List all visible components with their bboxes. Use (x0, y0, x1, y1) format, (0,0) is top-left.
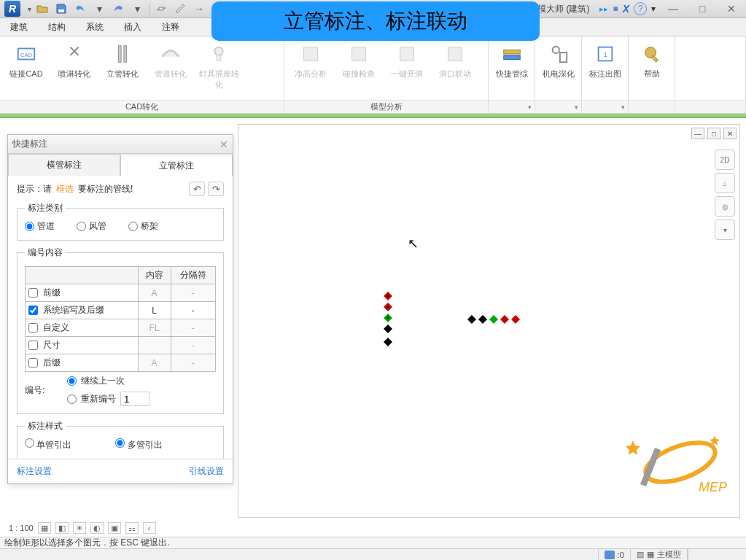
svg-rect-1 (159, 7, 163, 10)
radio-continue[interactable]: 继续上一次 (67, 375, 149, 387)
crop-icon[interactable]: ▣ (108, 522, 121, 534)
svg-point-6 (214, 47, 222, 55)
close-view-icon[interactable]: ✕ (723, 128, 737, 139)
more-icon[interactable]: ‹ (143, 522, 156, 534)
lamp-button: 灯具插座转化 (197, 39, 241, 90)
revit-app-icon[interactable] (4, 1, 20, 17)
svg-point-14 (552, 47, 559, 53)
menu-item[interactable]: 建筑 (0, 18, 38, 36)
save-icon[interactable] (53, 1, 70, 16)
quick-pipe-button[interactable]: 快捷管综 (493, 39, 530, 79)
checkbox-system[interactable] (28, 306, 38, 315)
redo-icon[interactable] (109, 1, 127, 16)
svg-rect-12 (503, 50, 520, 54)
annotation-type-group: 标注类别 管道 风管 桥架 (17, 202, 224, 241)
restore-view-icon[interactable]: □ (707, 128, 720, 139)
checkbox-custom[interactable] (28, 323, 38, 332)
tab-horizontal[interactable]: 横管标注 (8, 154, 120, 176)
close-icon[interactable]: ✕ (219, 139, 228, 150)
svg-rect-10 (400, 47, 414, 61)
filter-icon[interactable]: ▥ (637, 550, 644, 559)
nav-expand-icon[interactable]: ▾ (715, 219, 735, 240)
radio-renumber[interactable]: 重新编号 (67, 392, 149, 406)
svg-marker-34 (511, 315, 520, 324)
svg-marker-38 (626, 440, 640, 455)
selection-chip-icon[interactable] (605, 551, 615, 559)
radio-tray[interactable]: 桥架 (128, 220, 158, 233)
close-button[interactable]: ✕ (717, 0, 746, 18)
tab-vertical[interactable]: 立管标注 (120, 155, 233, 176)
svg-text:MEP: MEP (699, 480, 727, 494)
annotation-plot-button[interactable]: 1标注出图 (586, 39, 623, 79)
menu-item[interactable]: 系统 (76, 18, 114, 36)
dropdown-icon[interactable]: ▾ (128, 1, 146, 16)
sprinkler-button[interactable]: 喷淋转化 (53, 39, 96, 79)
mep-deepen-button[interactable]: 机电深化 (540, 39, 577, 79)
redo-icon[interactable]: ↷ (208, 182, 224, 196)
more-icon[interactable]: ▸▸ (599, 4, 608, 14)
opening-link-button: 洞口联动 (433, 39, 477, 79)
undo-icon[interactable]: ↶ (189, 182, 205, 196)
number-label: 编号: (25, 384, 61, 397)
nav-home-icon[interactable]: ⌂ (715, 173, 735, 193)
overlay-banner: 立管标注、标注联动 (211, 1, 540, 41)
help-icon[interactable]: ? (634, 2, 647, 15)
bottom-bar: :0 ▥▦主模型 (0, 548, 746, 560)
ribbon-group-label: CAD转化 (0, 100, 284, 113)
reveal-icon[interactable]: ⚏ (125, 522, 139, 534)
open-icon[interactable] (34, 1, 51, 16)
radio-pipe[interactable]: 管道 (25, 220, 55, 233)
clearance-button: 净高分析 (289, 39, 333, 79)
nav-2d-icon[interactable]: 2D (715, 149, 735, 170)
hint-text: 提示：请 框选 要标注的管线! ↶ ↷ (17, 182, 224, 196)
scale-readout[interactable]: 1 : 100 (9, 524, 34, 532)
minimize-view-icon[interactable]: — (691, 128, 704, 139)
sync-icon[interactable] (152, 1, 170, 16)
nav-wheel-icon[interactable]: ◎ (715, 196, 735, 217)
sun-icon[interactable]: ☀ (73, 522, 86, 534)
info-icon[interactable]: ■ (613, 4, 618, 14)
clash-button: 碰撞检查 (337, 39, 381, 79)
panel-tabs: 横管标注 立管标注 (8, 154, 233, 176)
svg-marker-30 (467, 315, 476, 324)
view-style-icon[interactable]: ◧ (55, 522, 69, 534)
svg-point-23 (386, 306, 389, 308)
svg-rect-7 (217, 55, 221, 61)
radio-multi-leader[interactable]: 多管引出 (115, 438, 162, 451)
radio-single-leader[interactable]: 单管引出 (25, 438, 71, 451)
quick-access-toolbar: ▾ ▾ → ↣ (34, 1, 227, 16)
link-cad-button[interactable]: CAD链接CAD (4, 39, 48, 79)
minimize-button[interactable]: — (658, 0, 688, 18)
number-content-table: 内容分隔符 前缀A- 系统缩写及后缀L- 自定义FL- 尺寸- 后缀A- (25, 266, 216, 372)
x-logo-icon[interactable]: X (623, 3, 629, 15)
maximize-button[interactable]: □ (688, 0, 717, 18)
svg-rect-13 (503, 55, 520, 60)
shadow-icon[interactable]: ◐ (90, 522, 104, 534)
checkbox-size[interactable] (28, 341, 38, 350)
svg-marker-31 (478, 315, 487, 324)
dropdown-icon[interactable]: ▾ (651, 4, 656, 14)
view-detail-icon[interactable]: ▦ (38, 522, 51, 534)
drawing-canvas[interactable]: — □ ✕ 2D ⌂ ◎ ▾ ↖ MEP (238, 124, 740, 518)
radio-duct[interactable]: 风管 (77, 220, 106, 233)
model-group-icon[interactable]: ▦ (647, 550, 654, 559)
app-menu-pull[interactable]: ▾ (25, 1, 34, 17)
menu-item[interactable]: 插入 (114, 18, 152, 36)
start-number-input[interactable] (120, 392, 149, 406)
svg-rect-5 (124, 46, 127, 63)
checkbox-suffix[interactable] (28, 358, 38, 368)
riser-button[interactable]: 立管转化 (101, 39, 144, 79)
dropdown-icon[interactable]: ▾ (90, 1, 108, 16)
annotation-settings-link[interactable]: 标注设置 (17, 465, 52, 478)
svg-rect-15 (559, 52, 566, 62)
measure-icon[interactable] (171, 1, 189, 16)
checkbox-prefix[interactable] (28, 288, 38, 298)
undo-icon[interactable] (71, 1, 89, 16)
pipe-button: 管道转化 (149, 39, 193, 79)
menu-item[interactable]: 注释 (152, 18, 190, 36)
help-button[interactable]: 帮助 (633, 39, 670, 79)
menu-item[interactable]: 结构 (38, 18, 76, 36)
svg-rect-19 (651, 55, 658, 62)
leader-settings-link[interactable]: 引线设置 (189, 465, 224, 478)
arrow-right-icon[interactable]: → (190, 1, 208, 16)
